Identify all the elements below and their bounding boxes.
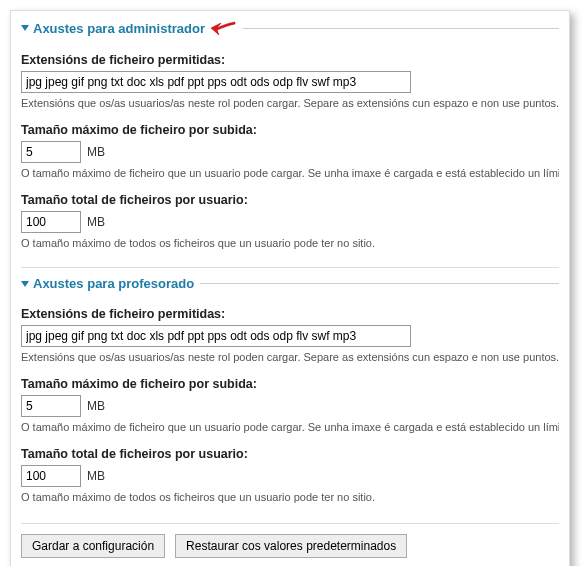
max-upload-input[interactable] (21, 395, 81, 417)
total-size-input[interactable] (21, 465, 81, 487)
total-size-input[interactable] (21, 211, 81, 233)
extensions-input[interactable] (21, 71, 411, 93)
max-upload-help: O tamaño máximo de ficheiro que un usuar… (21, 421, 559, 433)
settings-panel: Axustes para administrador Extensións de… (10, 10, 570, 566)
restore-defaults-button[interactable]: Restaurar cos valores predeterminados (175, 534, 407, 558)
max-upload-unit: MB (87, 145, 105, 159)
extensions-help: Extensións que os/as usuarios/as neste r… (21, 97, 559, 109)
max-upload-help: O tamaño máximo de ficheiro que un usuar… (21, 167, 559, 179)
total-size-unit: MB (87, 469, 105, 483)
total-size-label: Tamaño total de ficheiros por usuario: (21, 193, 559, 207)
section-rule (200, 283, 559, 284)
section-header-admin[interactable]: Axustes para administrador (21, 17, 559, 39)
section-header-teacher[interactable]: Axustes para profesorado (21, 274, 559, 293)
extensions-label: Extensións de ficheiro permitidas: (21, 53, 559, 67)
max-upload-label: Tamaño máximo de ficheiro por subida: (21, 377, 559, 391)
total-size-label: Tamaño total de ficheiros por usuario: (21, 447, 559, 461)
max-upload-label: Tamaño máximo de ficheiro por subida: (21, 123, 559, 137)
save-button[interactable]: Gardar a configuración (21, 534, 165, 558)
total-size-unit: MB (87, 215, 105, 229)
extensions-input[interactable] (21, 325, 411, 347)
chevron-down-icon (21, 281, 29, 287)
chevron-down-icon (21, 25, 29, 31)
total-size-help: O tamaño máximo de todos os ficheiros qu… (21, 491, 559, 503)
section-title: Axustes para administrador (33, 21, 205, 36)
total-size-help: O tamaño máximo de todos os ficheiros qu… (21, 237, 559, 249)
button-row: Gardar a configuración Restaurar cos val… (21, 523, 559, 558)
annotation-arrow-icon (209, 19, 237, 37)
max-upload-input[interactable] (21, 141, 81, 163)
section-title: Axustes para profesorado (33, 276, 194, 291)
section-rule (243, 28, 559, 29)
extensions-label: Extensións de ficheiro permitidas: (21, 307, 559, 321)
extensions-help: Extensións que os/as usuarios/as neste r… (21, 351, 559, 363)
max-upload-unit: MB (87, 399, 105, 413)
